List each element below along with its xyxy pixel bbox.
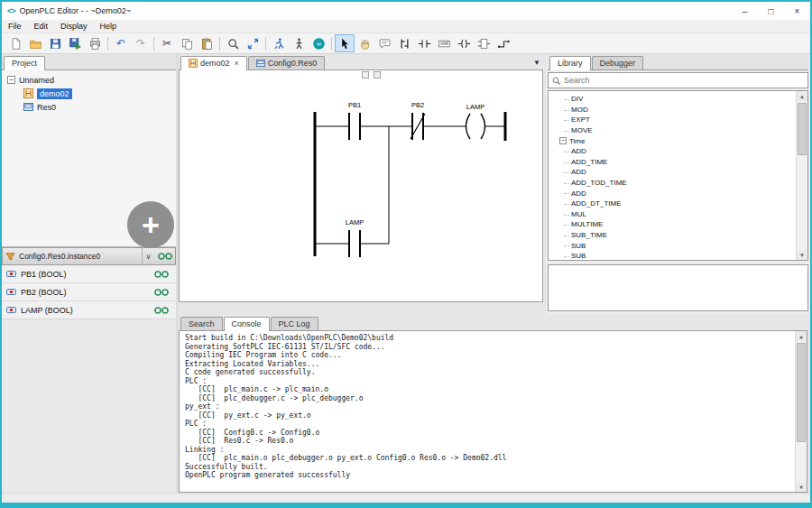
tree-item-demo02[interactable]: demo02 <box>37 88 72 99</box>
run-button[interactable] <box>269 34 289 52</box>
library-item[interactable]: SUB_TIME <box>552 230 795 241</box>
debug-glasses-icon[interactable] <box>154 288 169 297</box>
select-tool-button[interactable] <box>335 34 355 52</box>
menu-file[interactable]: File <box>2 20 28 32</box>
library-item-label: ADD <box>571 189 586 198</box>
library-category-time[interactable]: − Time <box>552 135 795 146</box>
tab-project[interactable]: Project <box>4 56 45 70</box>
paste-button[interactable] <box>197 34 217 52</box>
cut-button[interactable]: ✂ <box>157 34 177 52</box>
close-tab-icon[interactable]: × <box>235 59 239 68</box>
tree-row-resource[interactable]: Res0 <box>4 100 174 114</box>
contact-pb1[interactable] <box>349 113 360 140</box>
scrollbar-thumb[interactable] <box>798 103 807 155</box>
library-item-label: SUB_TIME <box>571 231 607 239</box>
library-search-input[interactable] <box>564 76 805 85</box>
pou-icon <box>189 59 198 68</box>
scroll-up-icon[interactable]: ▲ <box>796 331 807 341</box>
library-item[interactable]: MUL <box>552 209 795 220</box>
tree-item-res0[interactable]: Res0 <box>37 103 56 112</box>
tree-row-pou[interactable]: demo02 <box>4 87 174 100</box>
debug-glasses-icon[interactable] <box>154 270 169 279</box>
library-item[interactable]: ADD <box>552 188 795 199</box>
variable-row-lamp[interactable]: LAMP (BOOL) <box>2 301 176 319</box>
menu-display[interactable]: Display <box>54 20 94 32</box>
transfer-button[interactable] <box>289 34 309 52</box>
library-item[interactable]: ADD_TIME <box>552 157 795 168</box>
tree-row-root[interactable]: − Unnamed <box>4 73 174 87</box>
variable-row-pb2[interactable]: PB2 (BOOL) <box>2 283 176 301</box>
maximize-button[interactable]: □ <box>758 2 784 20</box>
save-as-icon <box>69 37 82 51</box>
tab-console[interactable]: Console <box>224 317 270 331</box>
close-button[interactable]: × <box>784 2 810 20</box>
scroll-up-icon[interactable]: ▲ <box>797 91 807 101</box>
collapse-icon[interactable]: − <box>559 137 567 144</box>
wire-tool-button[interactable] <box>494 34 513 52</box>
comment-tool-button[interactable] <box>374 34 394 52</box>
library-item[interactable]: ADD_TOD_TIME <box>552 178 795 189</box>
ladder-canvas[interactable]: PB1 PB2 LAMP LAMP <box>179 70 543 302</box>
connect-button[interactable]: ∞ <box>309 34 328 52</box>
library-item[interactable]: SUB <box>552 251 795 261</box>
open-button[interactable] <box>25 34 45 52</box>
debug-glasses-icon[interactable] <box>158 252 172 261</box>
debug-glasses-icon[interactable] <box>154 306 169 315</box>
console-scrollbar[interactable]: ▲ ▼ <box>795 331 807 492</box>
variable-tool-button[interactable]: VAR <box>434 34 454 52</box>
menu-help[interactable]: Help <box>94 20 124 32</box>
tab-search[interactable]: Search <box>180 317 223 330</box>
library-item[interactable]: MOD <box>552 105 795 115</box>
library-item[interactable]: SUB <box>552 240 795 251</box>
search-button[interactable] <box>223 34 243 52</box>
library-item[interactable]: ADD <box>552 146 795 157</box>
editor-tab-config0-res0[interactable]: Config0.Res0 <box>248 56 326 69</box>
menu-edit[interactable]: Edit <box>28 20 55 32</box>
powerrail-tool-button[interactable] <box>394 34 414 52</box>
library-item[interactable]: ADD_DT_TIME <box>552 199 795 209</box>
copy-button[interactable] <box>177 34 197 52</box>
library-item[interactable]: ADD <box>552 167 795 178</box>
collapse-icon[interactable]: − <box>7 76 15 84</box>
contact-tool-button[interactable] <box>414 34 434 52</box>
coil-tool-button[interactable] <box>454 34 474 52</box>
contact-label-pb1: PB1 <box>348 101 361 109</box>
scrollbar-thumb[interactable] <box>797 343 806 442</box>
library-scrollbar[interactable]: ▲ ▼ <box>796 91 807 260</box>
minimize-button[interactable]: – <box>732 2 758 20</box>
undo-button[interactable]: ↶ <box>111 34 131 52</box>
tab-plc-log[interactable]: PLC Log <box>271 317 318 330</box>
saveas-button[interactable] <box>65 34 85 52</box>
contact-lamp-latch[interactable] <box>349 230 360 257</box>
tab-library[interactable]: Library <box>549 56 591 70</box>
coil-lamp[interactable] <box>466 114 485 139</box>
instance-dropdown-icon[interactable]: ∨ <box>142 248 154 264</box>
tab-debugger[interactable]: Debugger <box>592 56 644 69</box>
editor-tab-demo02[interactable]: demo02 × <box>180 56 247 70</box>
scroll-down-icon[interactable]: ▼ <box>797 250 807 260</box>
new-button[interactable] <box>5 34 25 52</box>
fit-zoom-button[interactable] <box>243 34 263 52</box>
print-button[interactable] <box>85 34 105 52</box>
library-item[interactable]: DIV <box>552 94 795 105</box>
toolbar-separator <box>107 37 108 51</box>
scroll-down-icon[interactable]: ▼ <box>796 482 807 492</box>
library-item[interactable]: EXPT <box>552 115 795 125</box>
contact-pb2-negated[interactable] <box>411 113 425 140</box>
library-item[interactable]: MULTIME <box>552 219 795 230</box>
console-output[interactable]: Start build in C:\Downloads\OpenPLC\Demo… <box>179 331 807 493</box>
library-tree[interactable]: DIV MOD EXPT MOVE − Time ADD ADD_TIME AD… <box>548 90 808 261</box>
console-line: Extracting Located Variables... <box>185 360 792 369</box>
add-element-button[interactable]: + <box>127 201 174 248</box>
redo-button[interactable]: ↷ <box>131 34 151 52</box>
library-item[interactable]: MOVE <box>552 125 795 136</box>
save-button[interactable] <box>45 34 65 52</box>
variable-row-pb1[interactable]: PB1 (BOOL) <box>2 265 176 283</box>
block-tool-button[interactable] <box>474 34 494 52</box>
tab-list-button[interactable]: ▼ <box>531 57 543 68</box>
motion-tool-button[interactable] <box>355 34 374 52</box>
bool-variable-icon <box>6 305 16 315</box>
console-line: Linking : <box>185 446 792 455</box>
titlebar[interactable]: <> OpenPLC Editor - - ~Demo02~ – □ × <box>2 2 810 20</box>
instance-selector[interactable]: Config0.Res0.instance0 ∨ <box>2 247 176 265</box>
